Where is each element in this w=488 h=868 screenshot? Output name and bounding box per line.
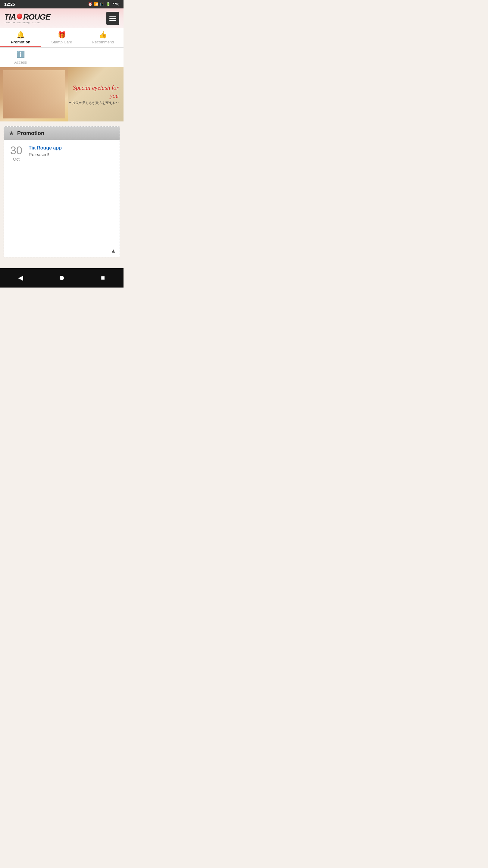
promotion-card: ★ Promotion 30 Oct Tia Rouge app Release… [4,126,120,257]
tab-access-label: Access [14,60,27,64]
tab-recommend[interactable]: 👍 Recommend [82,28,124,47]
battery-icon: 🔋 [106,2,110,6]
logo-main: TIA ROUGE [4,13,50,21]
banner-text-area: Special eyelash for you 〜指先の美しさが貴方を変える〜 [68,84,124,105]
promo-day: 30 [10,145,22,156]
app-logo: TIA ROUGE creative nail design studio [4,13,50,24]
home-button[interactable]: ⏺ [54,272,69,284]
menu-line-2 [109,18,116,19]
scroll-top-area: ▲ [4,245,120,257]
recommend-icon: 👍 [99,32,107,38]
tab-stamp-card-label: Stamp Card [51,40,72,44]
promo-card-title: Promotion [17,130,44,136]
time: 12:25 [4,2,15,7]
alarm-icon: ⏰ [88,2,93,6]
menu-button[interactable] [106,12,119,25]
logo-dot-icon [17,13,22,19]
promo-link[interactable]: Tia Rouge app [29,145,115,151]
banner-title: Special eyelash for you [68,84,119,99]
promo-date: 30 Oct [9,145,24,161]
tab-access[interactable]: ℹ️ Access [0,48,41,67]
logo-tia-text: TIA [4,13,16,21]
tab-stamp-card[interactable]: 🎁 Stamp Card [41,28,83,47]
nav-tabs-row2: ℹ️ Access [0,48,124,67]
status-icons: ⏰ 📶 📳 🔋 77% [88,2,119,6]
app-header: TIA ROUGE creative nail design studio [0,8,124,28]
access-icon: ℹ️ [17,51,25,59]
scroll-top-button[interactable]: ▲ [110,248,116,254]
wifi-icon: 📶 [94,2,98,6]
recents-button[interactable]: ■ [96,272,110,284]
menu-line-3 [109,20,116,21]
promo-info: Tia Rouge app Released! [29,145,115,157]
promo-item: 30 Oct Tia Rouge app Released! [4,140,120,245]
battery-percent: 77% [112,2,119,6]
promo-month: Oct [13,157,20,161]
promotion-icon: 🔔 [17,32,25,38]
logo-rouge-text: ROUGE [23,13,50,21]
banner-subtitle: 〜指先の美しさが貴方を変える〜 [69,101,119,105]
banner-hand-image [0,67,68,121]
tab-promotion[interactable]: 🔔 Promotion [0,28,41,47]
menu-line-1 [109,16,116,17]
promo-card-header: ★ Promotion [4,127,120,140]
back-button[interactable]: ◀ [13,272,28,284]
status-bar: 12:25 ⏰ 📶 📳 🔋 77% [0,0,124,8]
promo-star-icon: ★ [9,130,14,137]
nav-tabs-row1: 🔔 Promotion 🎁 Stamp Card 👍 Recommend [0,28,124,48]
tab-promotion-label: Promotion [11,40,30,44]
signal-icon: 📳 [100,2,104,6]
promo-description: Released! [29,152,49,157]
hero-banner: Special eyelash for you 〜指先の美しさが貴方を変える〜 [0,67,124,121]
tab-recommend-label: Recommend [92,40,114,44]
main-content: ★ Promotion 30 Oct Tia Rouge app Release… [0,121,124,262]
logo-subtitle: creative nail design studio [5,22,50,24]
stamp-card-icon: 🎁 [58,32,66,38]
bottom-nav-bar: ◀ ⏺ ■ [0,268,124,287]
